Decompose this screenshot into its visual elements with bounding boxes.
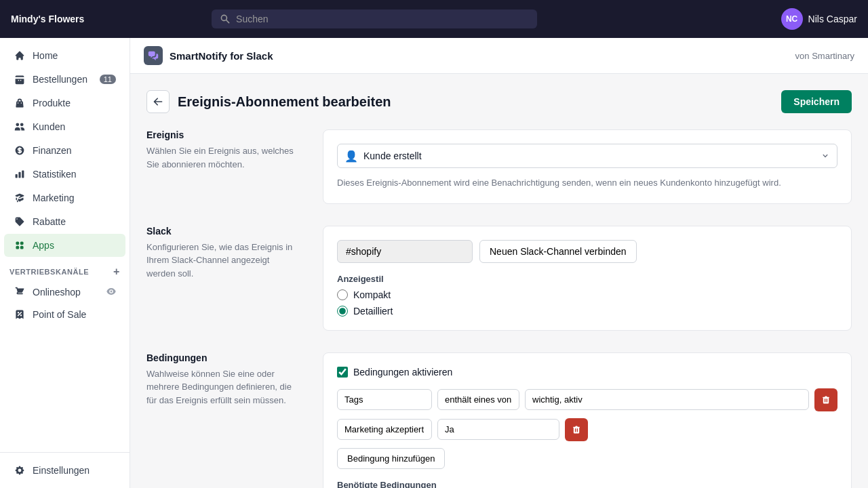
style-detailliert: Detailliert: [337, 306, 837, 317]
bedingungen-section-right: Bedingungen aktivieren Tags Marketing ak…: [323, 352, 852, 489]
add-condition-button[interactable]: Bedingung hinzufügen: [337, 448, 445, 469]
detailliert-radio[interactable]: [337, 306, 348, 317]
save-button[interactable]: Speichern: [781, 90, 852, 113]
activate-checkbox-row: Bedingungen aktivieren: [337, 367, 837, 378]
kompakt-label[interactable]: Kompakt: [353, 289, 391, 300]
eye-icon[interactable]: [106, 287, 116, 298]
sidebar-item-rabatte[interactable]: Rabatte: [4, 210, 125, 233]
sidebar-item-apps[interactable]: Apps: [4, 234, 125, 257]
page-content: Ereignis-Abonnement bearbeiten Speichern…: [130, 74, 868, 488]
sidebar-label-home: Home: [33, 50, 58, 61]
condition-field-2[interactable]: Tags Marketing akzeptiert Stadt Land: [337, 419, 432, 440]
marketing-icon: [14, 192, 26, 204]
main-content: SmartNotify for Slack von Smartinary Ere…: [130, 38, 868, 488]
chevron-down-icon: [821, 151, 830, 161]
ereignis-info: Dieses Ereignis-Abonnement wird eine Ben…: [337, 176, 837, 190]
person-icon: 👤: [344, 150, 358, 163]
sidebar-item-home[interactable]: Home: [4, 44, 125, 67]
home-icon: [14, 49, 26, 62]
slack-channel-row: #shopify #general #notifications Neuen S…: [337, 240, 837, 263]
pos-icon: [14, 308, 26, 321]
kompakt-radio[interactable]: [337, 289, 348, 300]
sidebar-item-statistiken[interactable]: Statistiken: [4, 163, 125, 186]
slack-section-left: Slack Konfigurieren Sie, wie das Ereigni…: [146, 226, 296, 331]
user-name: Nils Caspar: [808, 14, 857, 24]
app-logo: [144, 46, 163, 65]
search-icon: [220, 14, 231, 24]
sidebar-label-marketing: Marketing: [33, 192, 74, 203]
slack-section: Slack Konfigurieren Sie, wie das Ereigni…: [146, 226, 852, 331]
ereignis-section: Ereignis Wählen Sie ein Ereignis aus, we…: [146, 129, 852, 204]
brand-name: Mindy's Flowers: [11, 14, 84, 24]
delete-condition-2-button[interactable]: [565, 418, 588, 441]
app-provider: von Smartinary: [795, 51, 854, 61]
shop-icon: [14, 286, 26, 298]
condition-row-1: Tags Marketing akzeptiert Stadt Land ent…: [337, 388, 837, 411]
sidebar-label-bestellungen: Bestellungen: [33, 74, 87, 85]
sidebar-item-finanzen[interactable]: Finanzen: [4, 139, 125, 162]
sidebar-label-apps: Apps: [33, 240, 54, 251]
user-menu: NC Nils Caspar: [781, 8, 857, 30]
settings-icon: [14, 464, 26, 476]
condition-row-2: Tags Marketing akzeptiert Stadt Land Ja …: [337, 418, 837, 441]
apps-icon: [14, 239, 26, 251]
bedingungen-section-left: Bedingungen Wahlweise können Sie eine od…: [146, 352, 296, 489]
bedingungen-label: Bedingungen: [146, 352, 296, 363]
sidebar-label-statistiken: Statistiken: [33, 169, 77, 180]
app-name: SmartNotify for Slack: [170, 50, 273, 62]
sidebar-item-onlineshop[interactable]: Onlineshop: [4, 281, 125, 303]
customers-icon: [14, 121, 26, 133]
orders-icon: [14, 73, 26, 85]
back-button[interactable]: [146, 90, 170, 113]
event-select[interactable]: Kunde erstellt Bestellung erstellt Produ…: [363, 144, 821, 167]
sidebar-item-bestellungen[interactable]: Bestellungen 11: [4, 68, 125, 91]
discounts-icon: [14, 216, 26, 228]
event-select-wrapper: 👤 Kunde erstellt Bestellung erstellt Pro…: [337, 144, 837, 168]
app-header-left: SmartNotify for Slack: [144, 46, 273, 65]
add-channel-icon[interactable]: +: [113, 266, 120, 278]
sidebar-label-kunden: Kunden: [33, 121, 65, 132]
condition-field-1[interactable]: Tags Marketing akzeptiert Stadt Land: [337, 389, 432, 410]
page-header-left: Ereignis-Abonnement bearbeiten: [146, 90, 391, 113]
sidebar-label-finanzen: Finanzen: [33, 145, 72, 156]
sidebar-label-pos: Point of Sale: [33, 309, 86, 320]
avatar: NC: [781, 8, 803, 30]
detailliert-label[interactable]: Detailliert: [353, 306, 393, 317]
sidebar-item-produkte[interactable]: Produkte: [4, 92, 125, 115]
delete-condition-1-button[interactable]: [814, 388, 837, 411]
bedingungen-desc: Wahlweise können Sie eine oder mehrere B…: [146, 367, 296, 407]
topbar: Mindy's Flowers NC Nils Caspar: [0, 0, 868, 38]
ereignis-section-left: Ereignis Wählen Sie ein Ereignis aus, we…: [146, 129, 296, 204]
condition-value-1[interactable]: [525, 389, 809, 410]
style-kompakt: Kompakt: [337, 289, 837, 300]
sidebar-item-marketing[interactable]: Marketing: [4, 186, 125, 209]
page-header: Ereignis-Abonnement bearbeiten Speichern: [146, 90, 852, 113]
condition-operator-1[interactable]: enthält eines von enthält alle von ist g…: [437, 389, 519, 410]
required-label: Benötigte Bedingungen: [337, 480, 837, 489]
sidebar-item-settings[interactable]: Einstellungen: [4, 459, 125, 482]
search-input[interactable]: [236, 14, 529, 24]
ereignis-section-right: 👤 Kunde erstellt Bestellung erstellt Pro…: [323, 129, 852, 204]
connect-channel-button[interactable]: Neuen Slack-Channel verbinden: [479, 240, 637, 263]
sidebar: Home Bestellungen 11 Produkte Kunden: [0, 38, 130, 488]
finance-icon: [14, 144, 26, 157]
orders-badge: 11: [100, 75, 116, 84]
sidebar-label-settings: Einstellungen: [33, 465, 90, 476]
sidebar-item-kunden[interactable]: Kunden: [4, 115, 125, 138]
style-radio-group: Kompakt Detailliert: [337, 289, 837, 317]
slack-desc: Konfigurieren Sie, wie das Ereignis in I…: [146, 241, 296, 281]
sidebar-nav: Home Bestellungen 11 Produkte Kunden: [0, 38, 130, 452]
ereignis-label: Ereignis: [146, 129, 296, 140]
sidebar-label-onlineshop: Onlineshop: [33, 287, 81, 298]
channel-select[interactable]: #shopify #general #notifications: [337, 240, 473, 263]
sidebar-item-pos[interactable]: Point of Sale: [4, 304, 125, 325]
slack-label: Slack: [146, 226, 296, 237]
app-header: SmartNotify for Slack von Smartinary: [130, 38, 868, 74]
search-bar: [212, 9, 537, 28]
activate-checkbox[interactable]: [337, 367, 348, 378]
activate-label[interactable]: Bedingungen aktivieren: [353, 367, 452, 378]
condition-operator-2[interactable]: Ja Nein: [437, 419, 559, 440]
channels-section-title: VERTRIEBSKANÄLE +: [0, 258, 130, 281]
bedingungen-section: Bedingungen Wahlweise können Sie eine od…: [146, 352, 852, 489]
channel-select-wrapper: #shopify #general #notifications: [337, 240, 473, 263]
